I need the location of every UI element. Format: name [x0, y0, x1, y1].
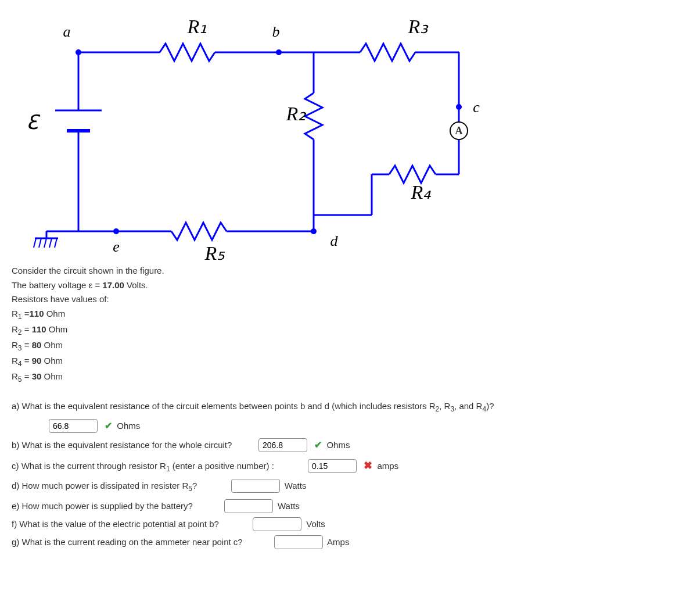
- node-e: [113, 228, 119, 234]
- label-b: b: [272, 23, 280, 41]
- question-e-text: e) How much power is supplied by the bat…: [12, 501, 193, 511]
- answer-c-unit: amps: [377, 461, 398, 471]
- label-a: a: [63, 23, 71, 41]
- answer-g-unit: Amps: [327, 537, 349, 547]
- question-c-text: c) What is the current through resistor …: [12, 461, 274, 471]
- node-d: [311, 228, 317, 234]
- svg-line-23: [34, 238, 36, 248]
- label-c: c: [473, 99, 480, 116]
- answer-f-input[interactable]: [253, 517, 301, 531]
- question-a-text: a) What is the equivalent resistance of …: [12, 401, 494, 411]
- r1-value: R1 =110 Ohm: [12, 307, 685, 322]
- answer-d-input[interactable]: [231, 479, 280, 493]
- answer-e-input[interactable]: [224, 499, 273, 513]
- r3-value: R3 = 80 Ohm: [12, 339, 685, 353]
- label-r2: R₂: [286, 102, 307, 125]
- svg-line-25: [44, 238, 46, 248]
- r4-value: R4 = 90 Ohm: [12, 354, 685, 369]
- answer-g-input[interactable]: [274, 535, 323, 549]
- label-r5: R₅: [205, 241, 225, 264]
- label-emf: Ɛ: [26, 110, 38, 134]
- svg-line-24: [39, 238, 41, 248]
- answer-d-unit: Watts: [285, 481, 307, 490]
- answer-b-input[interactable]: [258, 438, 307, 452]
- svg-line-26: [49, 238, 52, 248]
- x-icon: ✖: [364, 460, 372, 471]
- check-icon: ✔: [314, 440, 322, 450]
- answer-e-unit: Watts: [278, 501, 300, 511]
- intro-text: Consider the circuit shown in the figure…: [12, 264, 685, 278]
- question-b-text: b) What is the equivalent resistance for…: [12, 440, 232, 450]
- answer-a-input[interactable]: [49, 419, 98, 433]
- label-r3: R₃: [408, 15, 429, 38]
- node-a: [76, 49, 81, 55]
- circuit-diagram: A a b c d e Ɛ R₁ R₂ R₃ R₄ R₅: [12, 6, 494, 262]
- problem-statement: Consider the circuit shown in the figure…: [12, 264, 685, 385]
- label-d: d: [330, 232, 338, 250]
- resistor-intro: Resistors have values of:: [12, 293, 685, 306]
- r2-value: R2 = 110 Ohm: [12, 323, 685, 338]
- ammeter-icon: A: [450, 121, 468, 140]
- label-r4: R₄: [411, 180, 432, 203]
- label-r1: R₁: [188, 15, 208, 38]
- answer-c-input[interactable]: [308, 459, 357, 473]
- question-d-text: d) How much power is dissipated in resis…: [12, 481, 197, 490]
- answer-b-unit: Ohms: [326, 440, 350, 450]
- question-f-text: f) What is the value of the electric pot…: [12, 519, 219, 529]
- label-e: e: [113, 238, 120, 256]
- voltage-text: The battery voltage ε = 17.00 Volts.: [12, 279, 685, 292]
- r5-value: R5 = 30 Ohm: [12, 370, 685, 385]
- question-g-text: g) What is the current reading on the am…: [12, 537, 243, 547]
- answer-a-unit: Ohms: [117, 421, 140, 431]
- node-c: [456, 104, 462, 110]
- ammeter-label: A: [455, 125, 463, 137]
- answer-f-unit: Volts: [306, 519, 325, 529]
- svg-line-27: [55, 238, 57, 248]
- question-a: a) What is the equivalent resistance of …: [12, 398, 685, 416]
- check-icon: ✔: [105, 421, 112, 431]
- node-b: [276, 49, 282, 55]
